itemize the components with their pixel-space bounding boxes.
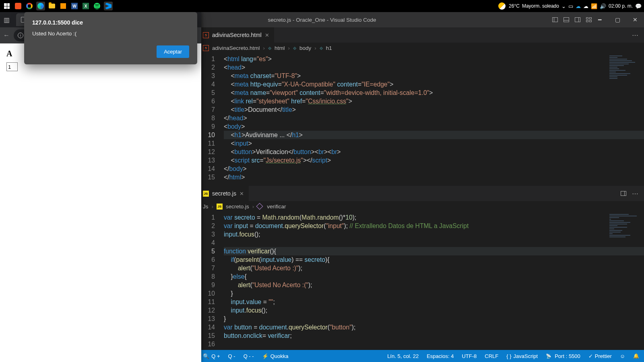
- tab-label: adivinaSecreto.html: [212, 32, 262, 38]
- quokka-status[interactable]: ⚡ Quokka: [262, 353, 289, 359]
- tab-close-icon[interactable]: ✕: [265, 32, 269, 38]
- browser-viewport: A: [0, 49, 201, 362]
- close-button[interactable]: ✕: [626, 12, 644, 27]
- tray-clock[interactable]: 02:00 p. m.: [609, 3, 633, 9]
- upper-tabs: 5 adivinaSecreto.html ✕ ⋯: [198, 27, 644, 43]
- language-status[interactable]: { } JavaScript: [506, 353, 538, 359]
- spotify-icon[interactable]: [93, 2, 101, 10]
- tab-actions-icon[interactable]: ⋯: [632, 190, 638, 197]
- edge-icon[interactable]: [36, 2, 45, 10]
- tray-wifi-icon[interactable]: 📶: [591, 3, 597, 9]
- function-symbol-icon: [256, 203, 263, 210]
- js-alert-dialog: 127.0.0.1:5500 dice Usted No Acerto :( A…: [24, 12, 197, 64]
- windows-taskbar: W X 26°C Mayorm. soleado ⌄ ▭ ☁ ☁ 📶 🔊 02:…: [0, 0, 644, 12]
- quokka-plus[interactable]: 🔍 Q +: [203, 353, 220, 359]
- start-menu-icon[interactable]: [2, 2, 11, 10]
- split-editor-icon[interactable]: [621, 191, 626, 196]
- breadcrumb-folder[interactable]: Js: [203, 204, 208, 210]
- toggle-sidebar-icon[interactable]: [552, 17, 558, 22]
- sublime-icon[interactable]: [59, 2, 68, 10]
- breadcrumb-h1[interactable]: h1: [326, 45, 332, 51]
- lower-tabs: JS secreto.js ✕ ⋯: [198, 186, 644, 201]
- chrome-icon[interactable]: [25, 2, 34, 10]
- eol-status[interactable]: CRLF: [485, 353, 498, 359]
- html-file-icon: 5: [203, 32, 209, 38]
- upper-gutter: 123456789101112131415: [198, 53, 221, 186]
- weather-temp: 26°C: [509, 3, 520, 9]
- js-file-icon: JS: [203, 191, 209, 197]
- tab-adivinasecreto-html[interactable]: 5 adivinaSecreto.html ✕: [198, 27, 275, 43]
- quokka-minus[interactable]: Q -: [228, 353, 235, 359]
- tray-cloud-icon[interactable]: ☁: [583, 3, 588, 9]
- notifications-icon[interactable]: [633, 353, 639, 359]
- toggle-secondary-icon[interactable]: [575, 17, 580, 22]
- back-button[interactable]: ←: [3, 32, 10, 39]
- html-file-icon: 5: [203, 45, 209, 51]
- encoding-status[interactable]: UTF-8: [462, 353, 477, 359]
- brave-icon[interactable]: [14, 2, 23, 10]
- tab-label: secreto.js: [212, 190, 236, 197]
- file-explorer-icon[interactable]: [47, 2, 56, 10]
- feedback-icon[interactable]: ☺: [620, 353, 625, 359]
- word-icon[interactable]: W: [70, 2, 79, 10]
- tab-actions-icon[interactable]: ⋯: [632, 31, 638, 39]
- alert-ok-button[interactable]: Aceptar: [157, 45, 189, 58]
- site-info-icon[interactable]: i: [18, 33, 23, 38]
- excel-icon[interactable]: X: [81, 2, 90, 10]
- breadcrumb-file[interactable]: adivinaSecreto.html: [212, 45, 260, 51]
- tray-notifications-icon[interactable]: 💬: [635, 3, 642, 9]
- cursor-position[interactable]: Lín. 5, col. 22: [387, 353, 419, 359]
- quokka-dash[interactable]: Q - -: [244, 353, 254, 359]
- alert-origin: 127.0.0.1:5500 dice: [32, 19, 189, 26]
- tray-battery-icon[interactable]: ▭: [568, 3, 573, 9]
- breadcrumb-symbol[interactable]: verificar: [267, 204, 286, 210]
- guess-input[interactable]: [6, 62, 18, 71]
- maximize-button[interactable]: ▢: [609, 12, 626, 27]
- tray-volume-icon[interactable]: 🔊: [600, 3, 606, 9]
- tab-secreto-js[interactable]: JS secreto.js ✕: [198, 186, 249, 201]
- lower-breadcrumb[interactable]: Js › JS secreto.js › verificar: [198, 201, 644, 212]
- editor-area: 5 adivinaSecreto.html ✕ ⋯ 5 adivinaSecre…: [198, 27, 644, 350]
- weather-desc: Mayorm. soleado: [522, 3, 559, 9]
- vscode-icon[interactable]: [104, 2, 113, 10]
- upper-code-pane[interactable]: 123456789101112131415 <html lang="es"> <…: [198, 53, 644, 186]
- tray-onedrive-icon[interactable]: ☁: [576, 3, 581, 9]
- prettier-status[interactable]: Prettier: [588, 353, 612, 359]
- breadcrumb-html[interactable]: html: [275, 45, 285, 51]
- tray-chevron-icon[interactable]: ⌄: [561, 3, 566, 9]
- lower-minimap[interactable]: [609, 213, 642, 241]
- layout-controls: [552, 17, 592, 22]
- breadcrumb-file[interactable]: secreto.js: [226, 204, 249, 210]
- js-file-icon: JS: [217, 204, 223, 210]
- browser-window: ▥ Document ✕ ＋ ━ ▢ ✕ ← i 127.0.0.1:5500/…: [0, 12, 201, 362]
- breadcrumb-body[interactable]: body: [299, 45, 311, 51]
- lower-code[interactable]: var secreto = Math.random(Math.random()*…: [221, 212, 644, 343]
- lower-gutter: 12345678910111213141516: [198, 212, 221, 350]
- tab-actions-icon[interactable]: ▥: [0, 16, 13, 24]
- toggle-panel-icon[interactable]: [564, 17, 569, 22]
- lower-code-pane[interactable]: 12345678910111213141516 var secreto = Ma…: [198, 212, 644, 350]
- live-server-port[interactable]: Port : 5500: [546, 353, 580, 359]
- minimize-button[interactable]: ━: [591, 12, 609, 27]
- upper-minimap[interactable]: [609, 55, 642, 83]
- alert-message: Usted No Acerto :(: [32, 31, 189, 37]
- tab-close-icon[interactable]: ✕: [239, 191, 244, 197]
- indent-status[interactable]: Espacios: 4: [427, 353, 454, 359]
- weather-icon[interactable]: [497, 2, 506, 10]
- status-bar: ⚡ 0 🔍 Q + Q - Q - - ⚡ Quokka Lín. 5, col…: [179, 350, 644, 362]
- upper-breadcrumb[interactable]: 5 adivinaSecreto.html › ⟐html › ⟐body › …: [198, 43, 644, 53]
- upper-code[interactable]: <html lang="es"> <head> <meta charset="U…: [221, 53, 644, 185]
